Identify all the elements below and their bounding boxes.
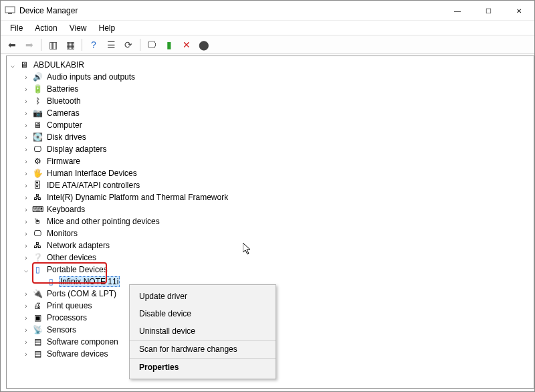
expand-icon[interactable]: › bbox=[21, 120, 31, 130]
scan-button[interactable]: ⟳ bbox=[121, 37, 136, 52]
tree-node-label: Network adapters bbox=[45, 241, 111, 250]
tree-node-label: Audio inputs and outputs bbox=[45, 72, 136, 82]
tree-node[interactable]: ›❔Other devices bbox=[8, 252, 534, 264]
expand-icon[interactable]: › bbox=[21, 301, 31, 310]
device-category-icon: 🖧 bbox=[32, 192, 43, 203]
ctx-properties[interactable]: Properties bbox=[130, 359, 276, 376]
help-button[interactable]: ? bbox=[86, 37, 101, 52]
expand-icon[interactable]: › bbox=[21, 313, 31, 322]
window-title: Device Manager bbox=[19, 6, 78, 15]
show-hide-button[interactable]: ▥ bbox=[45, 37, 60, 52]
expand-icon[interactable]: › bbox=[21, 205, 31, 214]
tree-node-label: Human Interface Devices bbox=[45, 169, 138, 178]
device-category-icon: 🖥 bbox=[32, 120, 43, 130]
tree-node-label: Intel(R) Dynamic Platform and Thermal Fr… bbox=[45, 193, 229, 202]
toolbar: ⬅ ➡ ▥ ▦ ? ☰ ⟳ 🖵 ▮ ✕ ⬤ bbox=[1, 35, 534, 54]
ctx-uninstall-device[interactable]: Uninstall device bbox=[130, 322, 276, 340]
expand-icon[interactable]: › bbox=[21, 84, 31, 94]
expand-icon[interactable]: › bbox=[21, 337, 31, 347]
tree-node[interactable]: ›ᛒBluetooth bbox=[8, 95, 534, 107]
device-category-icon: ❔ bbox=[32, 252, 43, 263]
menu-action[interactable]: Action bbox=[29, 22, 62, 34]
tree-node-label: Keyboards bbox=[45, 205, 86, 214]
refresh-button[interactable]: ⬤ bbox=[197, 37, 211, 52]
device-category-icon: 🖨 bbox=[32, 300, 43, 311]
enable-button[interactable]: ▮ bbox=[162, 37, 177, 52]
properties-button[interactable]: ☰ bbox=[104, 37, 118, 52]
device-category-icon: 💽 bbox=[32, 132, 43, 142]
tree-node-label: Other devices bbox=[45, 253, 98, 262]
tree-node[interactable]: ›🗄IDE ATA/ATAPI controllers bbox=[8, 179, 534, 191]
menu-help[interactable]: Help bbox=[94, 22, 121, 34]
expand-icon[interactable]: › bbox=[21, 229, 31, 238]
tree-root[interactable]: ⌵ 🖥 ABDULKABIR bbox=[8, 59, 534, 71]
forward-button[interactable]: ➡ bbox=[22, 37, 37, 52]
tree-node[interactable]: ›🖐Human Interface Devices bbox=[8, 167, 534, 179]
device-category-icon: 🖵 bbox=[32, 228, 43, 239]
tree-node[interactable]: ›🖧Intel(R) Dynamic Platform and Thermal … bbox=[8, 191, 534, 203]
ctx-scan-hardware[interactable]: Scan for hardware changes bbox=[130, 340, 276, 359]
menu-view[interactable]: View bbox=[64, 22, 92, 34]
expand-icon[interactable]: › bbox=[21, 181, 31, 190]
tree-node[interactable]: ›🖵Display adapters bbox=[8, 143, 534, 155]
tree-node[interactable]: ›🔊Audio inputs and outputs bbox=[8, 71, 534, 83]
collapse-icon[interactable]: ⌵ bbox=[21, 265, 31, 274]
uninstall-button[interactable]: ✕ bbox=[179, 37, 194, 52]
context-menu: Update driver Disable device Uninstall d… bbox=[129, 284, 276, 379]
titlebar: Device Manager — ☐ ✕ bbox=[1, 1, 534, 21]
expand-icon[interactable]: › bbox=[21, 193, 31, 202]
svg-rect-0 bbox=[5, 7, 15, 13]
back-button[interactable]: ⬅ bbox=[5, 37, 19, 52]
expand-icon[interactable]: › bbox=[21, 132, 31, 142]
menu-file[interactable]: File bbox=[5, 22, 28, 34]
expand-icon[interactable]: › bbox=[21, 241, 31, 250]
tree-node-label: Cameras bbox=[45, 108, 81, 118]
detail-pane-button[interactable]: ▦ bbox=[63, 37, 78, 52]
tree-node-label: Display adapters bbox=[45, 144, 108, 154]
update-driver-button[interactable]: 🖵 bbox=[144, 37, 159, 52]
close-button[interactable]: ✕ bbox=[504, 1, 534, 21]
expand-icon[interactable]: › bbox=[21, 108, 31, 118]
expand-icon[interactable]: › bbox=[21, 96, 31, 106]
computer-icon: 🖥 bbox=[19, 60, 29, 70]
tree-node-label: Computer bbox=[45, 120, 84, 130]
tree-node-label: IDE ATA/ATAPI controllers bbox=[45, 181, 141, 190]
tree-node-label: Sensors bbox=[45, 325, 78, 334]
collapse-icon[interactable]: ⌵ bbox=[8, 60, 17, 70]
expand-icon[interactable]: › bbox=[21, 289, 31, 298]
expand-icon[interactable]: › bbox=[21, 217, 31, 226]
device-category-icon: 🖧 bbox=[32, 240, 43, 251]
device-category-icon: ⚙ bbox=[32, 156, 43, 167]
tree-node[interactable]: ›🖥Computer bbox=[8, 119, 534, 131]
expand-icon[interactable]: › bbox=[21, 349, 31, 359]
tree-node[interactable]: ›💽Disk drives bbox=[8, 131, 534, 143]
expand-icon[interactable]: › bbox=[21, 325, 31, 334]
tree-node[interactable]: ›🔋Batteries bbox=[8, 83, 534, 95]
expand-icon[interactable]: › bbox=[21, 144, 31, 154]
tree-node-label: Firmware bbox=[45, 157, 82, 166]
tree-node-label: Software componen bbox=[45, 337, 120, 347]
expand-icon[interactable]: › bbox=[21, 72, 31, 82]
tree-node-label: Processors bbox=[45, 313, 88, 322]
tree-node[interactable]: ›🖧Network adapters bbox=[8, 239, 534, 252]
tree-node-label: Software devices bbox=[45, 349, 109, 359]
expand-icon[interactable]: › bbox=[21, 253, 31, 262]
device-category-icon: ▤ bbox=[32, 336, 43, 347]
maximize-button[interactable]: ☐ bbox=[473, 1, 504, 21]
tree-node[interactable]: ›⌨Keyboards bbox=[8, 203, 534, 215]
expand-icon[interactable]: › bbox=[21, 157, 31, 166]
device-category-icon: ᛒ bbox=[32, 96, 43, 106]
ctx-disable-device[interactable]: Disable device bbox=[130, 305, 276, 322]
minimize-button[interactable]: — bbox=[442, 1, 473, 21]
device-category-icon: ⌨ bbox=[32, 204, 43, 215]
phone-icon: ▯ bbox=[45, 276, 56, 287]
tree-node[interactable]: ›🖱Mice and other pointing devices bbox=[8, 215, 534, 227]
ctx-update-driver[interactable]: Update driver bbox=[130, 288, 276, 305]
device-category-icon: 🖐 bbox=[32, 168, 43, 179]
tree-node[interactable]: ›⚙Firmware bbox=[8, 155, 534, 167]
node-portable-devices[interactable]: ⌵ ▯ Portable Devices bbox=[8, 264, 534, 276]
expand-icon[interactable]: › bbox=[21, 169, 31, 178]
tree-node[interactable]: ›📷Cameras bbox=[8, 107, 534, 119]
tree-node[interactable]: ›🖵Monitors bbox=[8, 227, 534, 239]
device-category-icon: ▤ bbox=[32, 349, 43, 359]
